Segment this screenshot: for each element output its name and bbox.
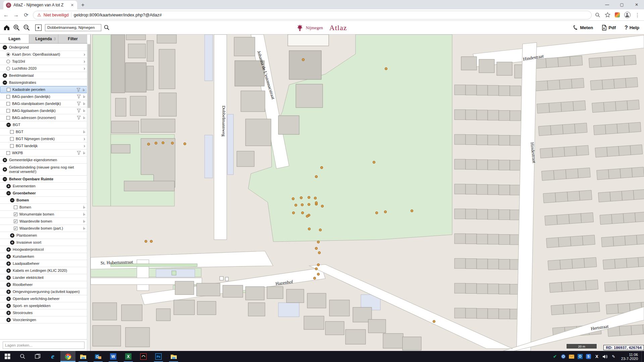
pdf-button[interactable]: A Pdf bbox=[602, 25, 616, 31]
layer-tree-item[interactable]: BAG-adressen (inzoomen)i› bbox=[0, 114, 87, 121]
tree-marker[interactable] bbox=[308, 228, 310, 230]
tree-marker[interactable] bbox=[301, 203, 303, 206]
expand-icon[interactable]: + bbox=[6, 283, 11, 287]
taskbar-app-excel[interactable]: X bbox=[121, 351, 136, 362]
security-warning-label[interactable]: Niet beveiligd bbox=[44, 13, 69, 17]
bookmark-star-icon[interactable] bbox=[605, 12, 610, 18]
layer-info-icon[interactable]: i› bbox=[83, 130, 85, 134]
layer-tree-item[interactable]: +Laadpaalbeheer bbox=[0, 260, 87, 267]
layer-checkbox[interactable] bbox=[14, 205, 17, 209]
tray-check[interactable]: ✔ bbox=[551, 354, 559, 359]
tab-lagen[interactable]: Lagen bbox=[0, 35, 29, 43]
expand-icon[interactable]: + bbox=[10, 240, 14, 245]
tree-marker[interactable] bbox=[375, 212, 378, 214]
collapse-icon[interactable]: − bbox=[3, 45, 7, 50]
help-button[interactable]: ? Help bbox=[625, 25, 639, 31]
tree-marker[interactable] bbox=[317, 273, 319, 275]
tree-marker[interactable] bbox=[411, 209, 413, 212]
layer-tree-item[interactable]: −Ondergrond bbox=[0, 44, 87, 51]
layer-info-icon[interactable]: i› bbox=[83, 219, 85, 223]
filter-funnel-icon[interactable] bbox=[77, 102, 81, 106]
tree-marker[interactable] bbox=[300, 196, 302, 199]
tray-pen[interactable]: ✎ bbox=[609, 354, 618, 359]
layer-tree-item[interactable]: BAG-ligplaatsen (landelijk)i› bbox=[0, 107, 87, 114]
layer-tree-item[interactable]: WKPBi› bbox=[0, 149, 87, 157]
chevron-right-icon[interactable]: › bbox=[84, 53, 85, 56]
layer-checkbox[interactable] bbox=[6, 102, 10, 106]
tree-marker[interactable] bbox=[320, 166, 323, 169]
layer-checkbox[interactable]: ✓ bbox=[14, 213, 17, 216]
tree-marker[interactable] bbox=[292, 197, 294, 200]
layer-checkbox[interactable] bbox=[10, 137, 14, 141]
tree-marker[interactable] bbox=[306, 215, 308, 217]
tree-marker[interactable] bbox=[183, 142, 186, 145]
profile-avatar-icon[interactable] bbox=[624, 12, 631, 18]
collapse-icon[interactable]: − bbox=[3, 177, 7, 181]
layer-tree-item[interactable]: +Rioolbeheer bbox=[0, 281, 87, 288]
tree-marker[interactable] bbox=[321, 205, 323, 207]
filter-funnel-icon[interactable] bbox=[77, 95, 81, 99]
tree-marker[interactable] bbox=[147, 143, 150, 145]
layer-info-icon[interactable]: i› bbox=[83, 95, 85, 99]
layer-checkbox[interactable] bbox=[6, 95, 10, 99]
show-desktop-button[interactable] bbox=[641, 351, 643, 362]
expand-icon[interactable]: + bbox=[6, 261, 11, 266]
sidebar-scrollbar[interactable] bbox=[87, 44, 90, 351]
layer-info-icon[interactable]: i› bbox=[83, 212, 85, 216]
layer-tree-item[interactable]: BGTi› bbox=[0, 128, 87, 135]
layer-tree-item[interactable]: +Kunstwerken bbox=[0, 253, 87, 260]
tree-marker[interactable] bbox=[314, 197, 316, 199]
layer-tree-item[interactable]: +Evenementen bbox=[0, 183, 87, 190]
expand-icon[interactable]: + bbox=[6, 247, 11, 252]
layer-tree-item[interactable]: BAG-panden (landelijk)i› bbox=[0, 93, 87, 100]
layer-tree-item[interactable]: +Voorzieningen bbox=[0, 316, 87, 323]
url-field[interactable]: ⚠ Niet beveiligd geldrop:8090/kaartviewe… bbox=[33, 11, 592, 19]
layer-tree-item[interactable]: +Openbare verlichting-beheer bbox=[0, 295, 87, 302]
browser-tab[interactable]: AtlaZ - Nijmegen van A tot Z ✕ bbox=[3, 1, 77, 9]
search-icon[interactable] bbox=[595, 12, 600, 18]
layer-checkbox[interactable] bbox=[6, 151, 10, 155]
layer-radio[interactable] bbox=[6, 53, 10, 56]
layer-info-icon[interactable]: i› bbox=[83, 205, 85, 209]
layer-radio[interactable] bbox=[6, 67, 10, 70]
chevron-right-icon[interactable]: › bbox=[84, 137, 85, 141]
layer-tree-item[interactable]: +Strooiroutes bbox=[0, 309, 87, 316]
meten-button[interactable]: Meten bbox=[573, 25, 593, 31]
tree-marker[interactable] bbox=[317, 241, 319, 243]
tray-x[interactable]: X bbox=[593, 354, 601, 359]
tree-marker[interactable] bbox=[155, 142, 157, 144]
collapse-icon[interactable]: − bbox=[10, 198, 14, 202]
tree-marker[interactable] bbox=[302, 58, 304, 61]
url-text[interactable]: geldrop:8090/kaartviewer/index.php?@Atla… bbox=[74, 12, 162, 17]
collapse-icon[interactable]: − bbox=[6, 191, 11, 195]
map-viewport[interactable]: Johanna de L'estonnacstraatDobbelmannweg… bbox=[91, 35, 644, 351]
window-close-button[interactable]: ✕ bbox=[629, 0, 644, 9]
tree-marker[interactable] bbox=[318, 251, 320, 254]
layer-tree-item[interactable]: ✓Waardevolle bomen (part.)i› bbox=[0, 225, 87, 232]
collapse-icon[interactable]: − bbox=[3, 80, 7, 85]
layer-radio[interactable] bbox=[6, 60, 10, 63]
layer-checkbox[interactable]: ✓ bbox=[14, 227, 17, 230]
add-marker-button[interactable]: + bbox=[35, 24, 42, 31]
taskbar-app-photoshop[interactable]: Ps bbox=[151, 351, 166, 362]
taskbar-app-start[interactable] bbox=[0, 351, 15, 362]
map-search-button[interactable] bbox=[104, 24, 110, 31]
scrollbar-thumb[interactable] bbox=[88, 44, 90, 108]
layer-tree-item[interactable]: −Beheer Openbare Ruimte bbox=[0, 176, 87, 183]
tree-marker[interactable] bbox=[315, 267, 317, 270]
expand-icon[interactable]: + bbox=[6, 268, 11, 273]
layer-tree-item[interactable]: ✓Monumentale bomeni› bbox=[0, 211, 87, 218]
layer-tree-item[interactable]: +Kabels en Leidingen (KLIC 2020) bbox=[0, 267, 87, 274]
layer-tree-item[interactable]: −BGT bbox=[0, 121, 87, 128]
chevron-right-icon[interactable]: › bbox=[84, 67, 85, 70]
tree-marker[interactable] bbox=[315, 175, 317, 178]
tree-marker[interactable] bbox=[315, 247, 317, 249]
filter-funnel-icon[interactable] bbox=[77, 151, 81, 155]
layer-tree-item[interactable]: +Hoogwaterprotocol bbox=[0, 246, 87, 253]
tree-marker[interactable] bbox=[294, 204, 297, 206]
tree-marker[interactable] bbox=[162, 141, 164, 144]
reload-icon[interactable]: ⟳ bbox=[23, 12, 30, 18]
expand-icon[interactable]: + bbox=[6, 184, 11, 188]
taskbar-app-file-explorer[interactable] bbox=[75, 351, 91, 362]
layer-tree-item[interactable]: BAG-standplaatsen (landelijk)i› bbox=[0, 100, 87, 107]
